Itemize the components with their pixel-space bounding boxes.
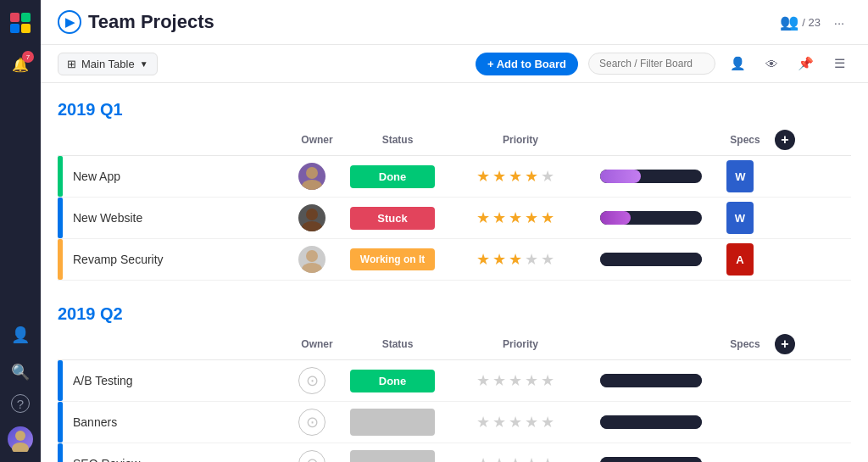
table-row: A/B Testing ⊙ Done ★ ★ ★ ★ ★ [58, 360, 851, 402]
q1-column-headers: Owner Status Priority Specs + [58, 126, 851, 156]
progress-bar [600, 374, 702, 387]
star-1: ★ [476, 454, 490, 462]
sidebar: 🔔 7 👤 🔍 ? [0, 0, 41, 462]
row-bar [592, 253, 710, 266]
add-to-board-button[interactable]: + Add to Board [476, 53, 578, 75]
add-column-button[interactable]: + [775, 130, 795, 150]
row-status: Done [346, 370, 439, 392]
eye-icon[interactable]: 👁 [760, 52, 783, 75]
progress-fill [600, 211, 631, 225]
content-area: 2019 Q1 Owner Status Priority Specs + Ne… [41, 83, 868, 462]
row-priority: ★ ★ ★ ★ ★ [439, 371, 592, 390]
specs-word-icon: W [726, 160, 754, 192]
user-avatar[interactable] [8, 426, 33, 452]
team-count: 👥 / 23 [780, 13, 821, 31]
svg-point-3 [302, 180, 322, 190]
star-1: ★ [476, 250, 490, 269]
dropdown-chevron-icon: ▼ [140, 59, 148, 69]
row-bar [592, 170, 710, 183]
specs-word-icon: W [726, 202, 754, 234]
col-header-priority: Priority [444, 134, 597, 146]
row-priority: ★ ★ ★ ★ ★ [439, 250, 592, 269]
row-status: Done [346, 165, 439, 188]
star-1: ★ [476, 167, 490, 186]
progress-fill [600, 415, 702, 429]
people-icon[interactable]: 👤 [5, 320, 36, 350]
filter-icon[interactable]: ☰ [827, 52, 851, 75]
col-header-status: Status [351, 338, 444, 350]
owner-avatar [298, 246, 326, 273]
row-specs: A [710, 243, 770, 276]
row-bar [592, 211, 710, 225]
owner-placeholder: ⊙ [298, 450, 326, 462]
user-filter-icon[interactable]: 👤 [726, 52, 749, 75]
star-5: ★ [541, 371, 554, 390]
row-specs: W [710, 160, 770, 192]
row-status: Stuck [346, 207, 439, 230]
title-circle-icon: ▶ [58, 10, 81, 34]
notification-icon[interactable]: 🔔 7 [5, 49, 36, 80]
help-icon[interactable]: ? [11, 394, 30, 413]
svg-point-1 [12, 443, 29, 452]
star-2: ★ [492, 454, 506, 462]
col-header-owner: Owner [283, 338, 351, 350]
row-owner [278, 246, 346, 273]
row-name: A/B Testing [63, 374, 278, 387]
search-icon[interactable]: 🔍 [5, 357, 36, 387]
star-4: ★ [525, 209, 538, 227]
col-header-add: + [775, 334, 800, 354]
row-owner: ⊙ [278, 367, 346, 394]
section-q1: 2019 Q1 Owner Status Priority Specs + Ne… [58, 100, 851, 281]
owner-avatar [298, 204, 326, 231]
col-header-specs: Specs [715, 134, 775, 146]
star-3: ★ [509, 167, 522, 186]
section-q2-title: 2019 Q2 [58, 304, 123, 324]
row-status: Working on It [346, 248, 439, 270]
row-specs: W [710, 202, 770, 234]
star-3: ★ [509, 454, 522, 462]
header-actions: 👥 / 23 ··· [780, 10, 851, 34]
star-2: ★ [492, 250, 506, 269]
row-owner: ⊙ [278, 450, 346, 462]
section-q1-title: 2019 Q1 [58, 100, 123, 120]
star-2: ★ [492, 167, 506, 186]
star-3: ★ [509, 371, 522, 390]
more-options-icon[interactable]: ··· [827, 10, 851, 34]
row-status [346, 409, 439, 436]
add-column-button-q2[interactable]: + [775, 334, 795, 354]
app-logo[interactable] [8, 10, 33, 36]
search-board-input[interactable] [588, 53, 715, 75]
row-bar [592, 374, 710, 387]
specs-access-icon: A [726, 243, 754, 276]
table-row: New App Done ★ ★ ★ ★ ★ [58, 156, 851, 198]
status-badge: Stuck [350, 207, 435, 230]
row-bar [592, 415, 710, 429]
row-name: Revamp Security [63, 253, 278, 266]
pin-icon[interactable]: 📌 [793, 52, 817, 75]
star-2: ★ [492, 209, 506, 227]
main-table-button[interactable]: ⊞ Main Table ▼ [58, 53, 158, 75]
star-5: ★ [541, 250, 554, 269]
svg-point-6 [306, 250, 318, 262]
star-4: ★ [525, 250, 538, 269]
progress-fill [600, 170, 641, 183]
table-row: Revamp Security Working on It ★ ★ ★ ★ ★ [58, 239, 851, 281]
owner-avatar [298, 163, 326, 190]
table-view-label: Main Table [81, 58, 135, 70]
svg-point-4 [306, 209, 318, 220]
progress-fill [600, 374, 702, 387]
page-title-area: ▶ Team Projects [58, 10, 770, 34]
team-count-label: / 23 [802, 16, 821, 29]
table-row: Banners ⊙ ★ ★ ★ ★ ★ [58, 402, 851, 443]
progress-bar [600, 211, 702, 225]
row-name: SEO Review [63, 457, 278, 462]
status-badge: Working on It [350, 248, 435, 270]
progress-fill [600, 457, 702, 462]
star-2: ★ [492, 413, 506, 431]
star-3: ★ [509, 413, 522, 431]
star-3: ★ [509, 209, 522, 227]
svg-point-5 [302, 221, 322, 231]
row-owner [278, 204, 346, 231]
status-badge: Done [350, 165, 435, 188]
row-owner [278, 163, 346, 190]
